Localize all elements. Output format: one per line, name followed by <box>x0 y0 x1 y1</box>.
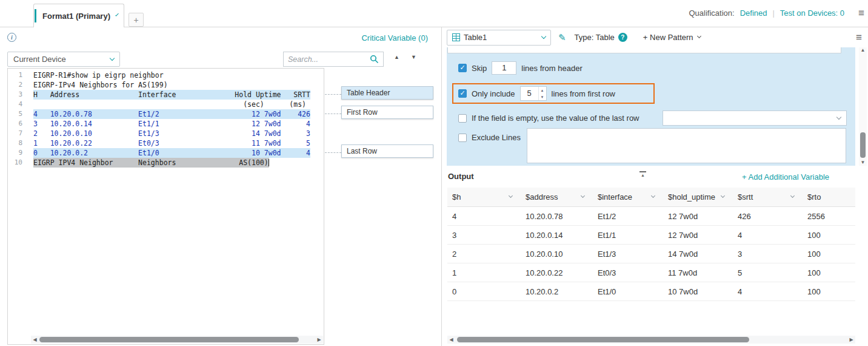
empty-field-setting: If the field is empty, use the value of … <box>458 110 847 126</box>
chevron-down-icon[interactable] <box>721 194 725 198</box>
stepper-buttons[interactable]: ▲ ▼ <box>538 87 546 100</box>
pattern-settings-area: Skip 1 lines from header Only include 5 … <box>447 47 855 166</box>
chevron-down-icon[interactable] <box>651 194 655 198</box>
new-pattern-button[interactable]: + New Pattern <box>643 33 701 42</box>
code-editor[interactable]: 1EIGRP-R1#show ip eigrp neighbor2EIGRP-I… <box>7 68 324 345</box>
help-icon[interactable] <box>618 33 627 42</box>
line-number: 1 <box>8 70 22 80</box>
last-row-callout[interactable]: Last Row <box>341 144 433 158</box>
only-include-checkbox[interactable] <box>458 89 467 98</box>
add-additional-variable-link[interactable]: + Add Additional Variable <box>742 172 829 181</box>
output-cell: 426 <box>733 212 803 221</box>
only-include-setting-highlighted: Only include 5 ▲ ▼ lines from first row <box>452 83 655 104</box>
scrollbar-thumb[interactable] <box>39 337 299 342</box>
output-cell: 2556 <box>803 212 855 221</box>
code-line[interactable]: 63 10.20.0.14 Et1/1 12 7w0d 4 <box>8 119 324 129</box>
scroll-up-arrow[interactable]: ▲ <box>859 48 867 53</box>
code-line[interactable]: 72 10.20.0.10 Et1/3 14 7w0d 3 <box>8 129 324 138</box>
table-header-callout[interactable]: Table Header <box>341 86 433 100</box>
info-icon[interactable] <box>7 33 16 42</box>
previous-match-button[interactable]: ▲ <box>394 55 399 60</box>
exclude-lines-textarea[interactable] <box>527 128 846 163</box>
code-line[interactable]: 90 10.20.0.2 Et1/0 10 7w0d 4 <box>8 148 324 158</box>
output-table-row[interactable]: 110.20.0.22Et0/311 7w0d5100 <box>447 263 855 282</box>
code-line[interactable]: 54 10.20.0.78 Et1/2 12 7w0d 426 <box>8 109 324 119</box>
skip-lines-input[interactable]: 1 <box>492 61 516 75</box>
chevron-down-icon <box>541 33 546 38</box>
menu-icon[interactable]: ≡ <box>858 8 864 18</box>
code-line[interactable]: 3H Address Interface Hold Uptime SRTT <box>8 90 324 100</box>
output-cell: 100 <box>803 249 855 259</box>
chevron-down-icon[interactable] <box>115 13 119 16</box>
code-line[interactable]: 10EIGRP IPV4 Neighbor Neighbors AS(100) <box>8 158 324 168</box>
output-table: $h$address$interface$hold_uptime$srtt$rt… <box>447 188 855 301</box>
code-line[interactable]: 1EIGRP-R1#show ip eigrp neighbor <box>8 70 324 80</box>
code-text: H Address Interface Hold Uptime SRTT <box>33 90 310 100</box>
stepper-down-icon[interactable]: ▼ <box>539 93 546 100</box>
output-table-row[interactable]: 410.20.0.78Et1/212 7w0d4262556 <box>447 207 855 226</box>
code-line[interactable]: 2EIGRP-IPv4 Neighbors for AS(199) <box>8 80 324 90</box>
scrollbar-thumb[interactable] <box>860 132 866 158</box>
device-dropdown[interactable]: Current Device <box>7 52 120 67</box>
search-icon[interactable] <box>370 55 379 64</box>
callout-connector <box>325 152 341 153</box>
scrollbar-thumb[interactable] <box>457 337 749 342</box>
empty-field-checkbox[interactable] <box>458 114 467 123</box>
output-column-header[interactable]: $srtt <box>733 192 803 202</box>
line-number: 8 <box>8 138 22 148</box>
scroll-left-arrow[interactable]: ◀ <box>447 336 455 344</box>
panel-menu-icon[interactable]: ≡ <box>856 32 863 42</box>
output-section: Output ▲ + Add Additional Variable $h$ad… <box>442 166 868 301</box>
only-include-label: Only include <box>472 89 515 98</box>
edit-pattern-icon[interactable]: ✎ <box>558 32 566 43</box>
new-pattern-label: + New Pattern <box>643 33 693 42</box>
output-column-header[interactable]: $rto <box>803 192 855 202</box>
output-column-header[interactable]: $address <box>521 192 593 202</box>
output-column-header[interactable]: $h <box>447 192 521 202</box>
qualification-value-link[interactable]: Defined <box>740 8 767 18</box>
next-match-button[interactable]: ▼ <box>411 55 416 60</box>
critical-variable-link[interactable]: Critical Variable (0) <box>361 33 428 42</box>
chevron-down-icon[interactable] <box>509 194 513 198</box>
output-column-header[interactable]: $hold_uptime <box>663 192 733 202</box>
settings-vertical-scrollbar[interactable]: ▲ ▼ <box>859 47 867 166</box>
chevron-down-icon[interactable] <box>581 194 585 198</box>
search-input[interactable]: Search... <box>283 52 384 67</box>
output-cell: 4 <box>447 212 521 221</box>
scroll-down-arrow[interactable]: ▼ <box>859 160 867 165</box>
output-table-row[interactable]: 010.20.0.2Et1/010 7w0d4100 <box>447 282 855 301</box>
stepper-up-icon[interactable]: ▲ <box>539 87 546 93</box>
exclude-lines-checkbox[interactable] <box>458 134 467 142</box>
top-bar: Format1 (Primary) + Qualification: Defin… <box>0 0 868 27</box>
skip-suffix-label: lines from header <box>521 64 582 73</box>
scroll-left-arrow[interactable]: ◀ <box>31 336 39 344</box>
chevron-down-icon[interactable] <box>790 194 795 198</box>
output-cell: Et1/1 <box>593 231 663 240</box>
editor-horizontal-scrollbar[interactable]: ◀ ▶ <box>31 336 323 344</box>
scroll-right-arrow[interactable]: ▶ <box>847 336 855 344</box>
first-row-callout[interactable]: First Row <box>341 106 433 119</box>
output-cell: Et1/2 <box>593 212 663 221</box>
only-include-stepper[interactable]: 5 ▲ ▼ <box>520 86 547 101</box>
code-line[interactable]: 4 (sec) (ms) <box>8 100 324 109</box>
output-table-row[interactable]: 310.20.0.14Et1/112 7w0d4100 <box>447 226 855 245</box>
pattern-selector-dropdown[interactable]: Table1 <box>447 30 551 46</box>
column-label: $h <box>452 192 461 202</box>
panel-horizontal-scrollbar[interactable]: ◀ ▶ <box>447 336 855 344</box>
divider: | <box>772 8 774 18</box>
skip-lines-checkbox[interactable] <box>458 64 467 72</box>
output-column-header[interactable]: $interface <box>593 192 663 202</box>
code-text: 1 10.20.0.22 Et0/3 11 7w0d 5 <box>33 138 310 148</box>
output-cell: 10.20.0.10 <box>521 249 593 259</box>
column-label: $address <box>526 192 558 202</box>
line-number: 3 <box>8 90 22 100</box>
output-table-row[interactable]: 210.20.0.10Et1/314 7w0d3100 <box>447 245 855 263</box>
last-row-value-dropdown[interactable] <box>663 110 847 126</box>
chevron-down-icon <box>697 34 701 38</box>
code-line[interactable]: 81 10.20.0.22 Et0/3 11 7w0d 5 <box>8 138 324 148</box>
test-on-devices-link[interactable]: Test on Devices: 0 <box>780 8 844 18</box>
collapse-panel-icon[interactable]: ▲ <box>639 171 646 177</box>
scroll-right-arrow[interactable]: ▶ <box>315 336 323 344</box>
add-format-button[interactable]: + <box>129 13 144 27</box>
tab-format1[interactable]: Format1 (Primary) <box>33 4 124 27</box>
